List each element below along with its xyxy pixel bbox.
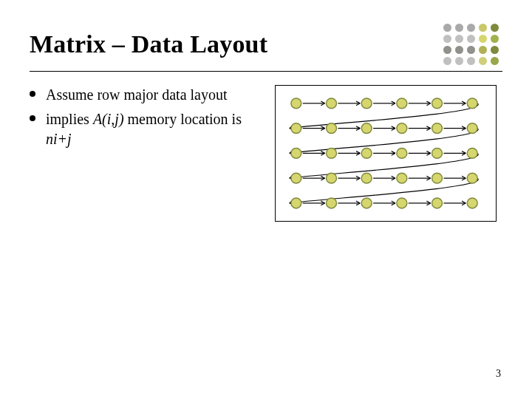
deco-dot: [479, 46, 487, 54]
svg-point-109: [432, 173, 443, 183]
svg-point-116: [467, 198, 477, 208]
deco-dot: [455, 57, 463, 65]
deco-dot: [443, 35, 451, 43]
dot-pattern-icon: [414, 24, 502, 65]
deco-dot: [467, 24, 475, 32]
svg-point-112: [327, 198, 337, 208]
svg-point-93: [291, 123, 301, 134]
bullet-list: Assume row major data layout implies A(i…: [30, 85, 251, 154]
bullet-text: memory location is: [124, 111, 242, 127]
deco-dot: [443, 24, 451, 32]
svg-point-92: [467, 98, 477, 109]
deco-dot: [467, 35, 475, 43]
svg-point-96: [397, 123, 407, 134]
deco-dot: [479, 57, 487, 65]
deco-dot: [443, 46, 451, 54]
svg-point-89: [361, 98, 372, 109]
deco-dot: [491, 57, 499, 65]
svg-point-103: [432, 148, 443, 158]
svg-point-111: [291, 198, 301, 208]
svg-point-104: [467, 148, 477, 158]
svg-point-94: [327, 123, 337, 134]
deco-dot: [491, 35, 499, 43]
svg-point-100: [327, 148, 337, 158]
svg-point-108: [397, 173, 407, 183]
bullet-item: implies A(i,j) memory location is ni+j: [30, 109, 251, 149]
svg-point-114: [397, 198, 407, 208]
content-row: Assume row major data layout implies A(i…: [30, 85, 502, 222]
svg-point-87: [291, 98, 301, 109]
title-row: Matrix – Data Layout: [30, 24, 502, 72]
row-major-diagram: [275, 85, 497, 222]
bullet-item: Assume row major data layout: [30, 85, 251, 105]
svg-point-88: [327, 98, 337, 109]
svg-point-115: [432, 198, 443, 208]
deco-dot: [455, 35, 463, 43]
diagram-svg: [276, 86, 496, 222]
deco-dot: [467, 57, 475, 65]
svg-point-99: [291, 148, 301, 158]
svg-point-110: [467, 173, 477, 183]
deco-dot: [467, 46, 475, 54]
deco-dot: [479, 35, 487, 43]
deco-dot: [455, 24, 463, 32]
svg-point-90: [397, 98, 407, 109]
svg-point-107: [361, 173, 372, 183]
deco-dot: [491, 46, 499, 54]
svg-point-101: [361, 148, 372, 158]
deco-dot: [479, 24, 487, 32]
page-title: Matrix – Data Layout: [30, 30, 267, 58]
deco-dot: [443, 57, 451, 65]
svg-point-95: [361, 123, 372, 134]
deco-dot: [455, 46, 463, 54]
svg-point-106: [327, 173, 337, 183]
slide: Matrix – Data Layout Assume row major da…: [0, 0, 532, 399]
deco-dot: [491, 24, 499, 32]
bullet-italic: A(i,j): [93, 111, 124, 127]
svg-point-91: [432, 98, 443, 109]
bullet-text: Assume row major data layout: [46, 86, 228, 103]
page-number: 3: [496, 368, 501, 380]
svg-point-105: [291, 173, 301, 183]
svg-point-113: [361, 198, 372, 208]
svg-point-98: [467, 123, 477, 134]
bullet-text: implies: [46, 111, 93, 127]
svg-point-97: [432, 123, 443, 134]
svg-point-102: [397, 148, 407, 158]
bullet-italic: ni+j: [46, 131, 72, 147]
